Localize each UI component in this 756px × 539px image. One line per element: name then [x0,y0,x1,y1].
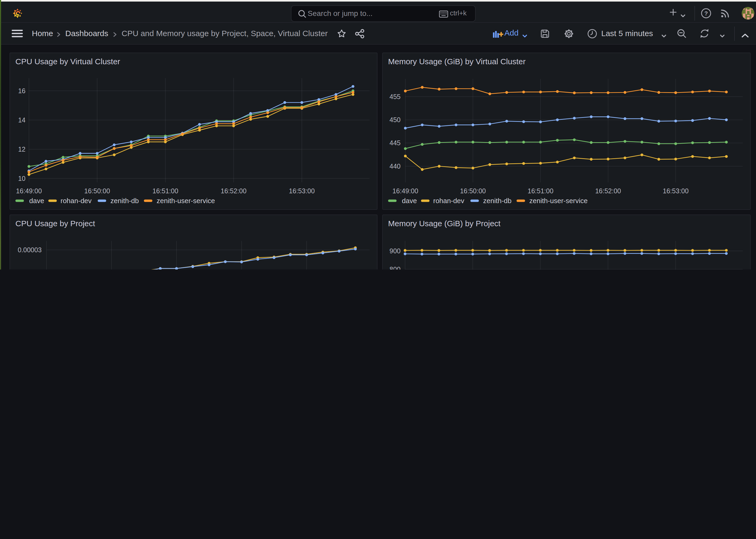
svg-text:800: 800 [389,266,401,270]
svg-text:10: 10 [18,175,26,182]
svg-text:16:50:00: 16:50:00 [84,187,110,194]
svg-text:14: 14 [18,116,26,124]
svg-text:rohan-dev: rohan-dev [433,197,464,205]
svg-text:Memory Usage (GiB) by Project: Memory Usage (GiB) by Project [388,219,501,228]
svg-text:455: 455 [389,93,401,100]
svg-text:16:52:00: 16:52:00 [595,187,621,194]
svg-text:16:53:00: 16:53:00 [289,187,314,194]
svg-text:440: 440 [389,163,401,170]
svg-text:16:52:00: 16:52:00 [221,187,246,194]
svg-text:445: 445 [389,139,401,147]
svg-text:16:53:00: 16:53:00 [663,187,689,194]
svg-text:16:49:00: 16:49:00 [16,187,42,194]
svg-text:16: 16 [18,87,26,95]
svg-text:16:51:00: 16:51:00 [528,187,553,194]
svg-text:16:50:00: 16:50:00 [460,187,486,194]
svg-text:dave: dave [29,197,44,205]
svg-text:0.00003: 0.00003 [18,246,42,254]
svg-text:Memory Usage (GiB) by Virtual: Memory Usage (GiB) by Virtual Cluster [388,57,525,66]
svg-text:16:51:00: 16:51:00 [152,187,178,194]
svg-text:16:49:00: 16:49:00 [392,187,418,194]
svg-text:zenith-db: zenith-db [110,197,139,205]
svg-text:450: 450 [389,116,401,123]
svg-text:rohan-dev: rohan-dev [60,197,92,205]
svg-text:?: ? [704,10,708,17]
svg-text:dave: dave [402,197,417,205]
svg-text:zenith-user-service: zenith-user-service [157,197,215,205]
svg-text:zenith-db: zenith-db [483,197,512,205]
svg-text:zenith-user-service: zenith-user-service [529,197,588,205]
svg-text:12: 12 [18,145,26,153]
svg-text:CPU Usage by Virtual Cluster: CPU Usage by Virtual Cluster [15,57,120,66]
svg-text:CPU Usage by Project: CPU Usage by Project [15,219,95,228]
svg-text:900: 900 [389,247,401,255]
